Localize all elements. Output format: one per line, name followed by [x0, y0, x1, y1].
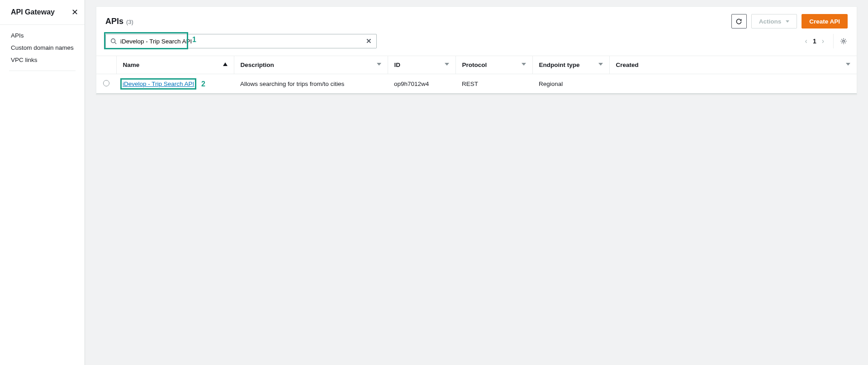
panel-count: (3) [126, 19, 133, 25]
create-api-button[interactable]: Create API [802, 14, 848, 28]
col-name-label: Name [123, 62, 140, 68]
cell-endpoint: Regional [532, 74, 609, 94]
col-name[interactable]: Name [116, 56, 234, 74]
panel-title: APIs (3) [105, 17, 133, 26]
col-description[interactable]: Description [234, 56, 388, 74]
cell-protocol: REST [455, 74, 532, 94]
row-select[interactable] [96, 74, 116, 94]
filter-icon [522, 62, 526, 66]
main-content: APIs (3) Actions Create API [85, 0, 868, 365]
table-row: iDevelop - Trip Search API 2 Allows sear… [96, 74, 857, 94]
page-number: 1 [813, 38, 816, 45]
cell-created [609, 74, 857, 94]
cell-id: op9h7012w4 [388, 74, 455, 94]
sidebar-title: API Gateway [11, 8, 55, 16]
close-icon[interactable]: ✕ [71, 8, 78, 16]
panel-title-text: APIs [105, 17, 123, 26]
sidebar-divider [9, 71, 76, 71]
annotation-label-2: 2 [201, 80, 205, 88]
sidebar-item-vpc-links[interactable]: VPC links [0, 54, 85, 66]
settings-button[interactable] [833, 34, 848, 48]
sidebar-item-apis[interactable]: APIs [0, 29, 85, 42]
col-description-label: Description [241, 62, 274, 68]
svg-line-1 [115, 43, 117, 44]
cell-description: Allows searching for trips from/to citie… [234, 74, 388, 94]
refresh-button[interactable] [731, 14, 747, 28]
panel-header: APIs (3) Actions Create API [96, 7, 857, 34]
prev-page-button[interactable]: ‹ [803, 35, 809, 47]
col-select [96, 56, 116, 74]
apis-panel: APIs (3) Actions Create API [96, 6, 857, 95]
search-wrap: ✕ 1 [105, 34, 377, 48]
sidebar-header: API Gateway ✕ [0, 0, 85, 25]
sidebar-item-custom-domains[interactable]: Custom domain names [0, 42, 85, 54]
col-created[interactable]: Created [609, 56, 857, 74]
filter-icon [598, 62, 603, 66]
col-endpoint-label: Endpoint type [539, 62, 580, 68]
col-endpoint[interactable]: Endpoint type [532, 56, 609, 74]
filter-icon [377, 62, 381, 66]
refresh-icon [735, 18, 742, 25]
clear-search-icon[interactable]: ✕ [365, 37, 373, 45]
search-box: ✕ [105, 34, 377, 48]
search-input[interactable] [118, 38, 365, 45]
col-protocol-label: Protocol [462, 62, 487, 68]
search-row: ✕ 1 ‹ 1 › [96, 34, 857, 56]
pagination: ‹ 1 › [803, 34, 848, 48]
col-id-label: ID [394, 62, 401, 68]
annotation-label-1: 1 [192, 36, 196, 44]
sidebar: API Gateway ✕ APIs Custom domain names V… [0, 0, 85, 365]
panel-actions: Actions Create API [731, 14, 848, 28]
svg-point-0 [111, 39, 115, 43]
svg-point-2 [842, 40, 844, 42]
cell-name: iDevelop - Trip Search API 2 [116, 74, 234, 94]
gear-icon [840, 38, 847, 45]
apis-table: Name Description ID Protocol [96, 56, 857, 94]
create-api-label: Create API [809, 18, 840, 25]
sidebar-nav: APIs Custom domain names VPC links [0, 25, 85, 80]
actions-label: Actions [759, 18, 782, 25]
filter-icon [445, 62, 449, 66]
chevron-down-icon [786, 20, 789, 23]
radio-icon [103, 80, 109, 86]
col-id[interactable]: ID [388, 56, 455, 74]
actions-button[interactable]: Actions [751, 14, 797, 28]
api-name-link[interactable]: iDevelop - Trip Search API [123, 81, 194, 87]
filter-icon [846, 62, 850, 66]
next-page-button[interactable]: › [820, 35, 826, 47]
sort-asc-icon [223, 62, 228, 66]
col-protocol[interactable]: Protocol [455, 56, 532, 74]
col-created-label: Created [616, 62, 639, 68]
search-icon [109, 38, 118, 44]
